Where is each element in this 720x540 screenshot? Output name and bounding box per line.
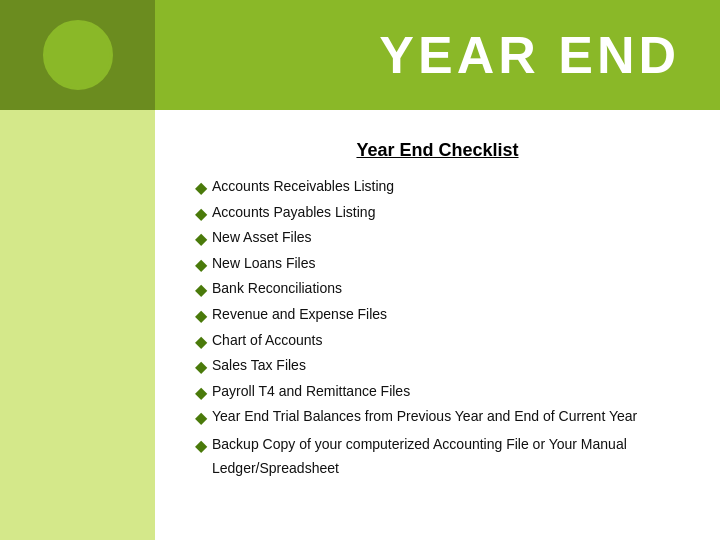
bullet-icon: ◆ <box>195 277 207 303</box>
header-title-area: Year End <box>155 25 720 85</box>
list-item: ◆Accounts Receivables Listing <box>195 175 680 201</box>
list-item: ◆New Loans Files <box>195 252 680 278</box>
bullet-icon: ◆ <box>195 329 207 355</box>
list-item-text: Accounts Receivables Listing <box>212 175 680 199</box>
main-content: Year End Checklist ◆Accounts Receivables… <box>155 110 720 540</box>
list-item-text: New Asset Files <box>212 226 680 250</box>
list-item-text: Backup Copy of your computerized Account… <box>212 433 680 481</box>
list-item: ◆Chart of Accounts <box>195 329 680 355</box>
page-wrapper: Year End Year End Checklist ◆Accounts Re… <box>0 0 720 540</box>
circle-logo <box>43 20 113 90</box>
bullet-icon: ◆ <box>195 354 207 380</box>
bullet-icon: ◆ <box>195 405 207 431</box>
list-item-text: New Loans Files <box>212 252 680 276</box>
bullet-icon: ◆ <box>195 226 207 252</box>
list-item: ◆New Asset Files <box>195 226 680 252</box>
list-item: ◆Payroll T4 and Remittance Files <box>195 380 680 406</box>
header-left-panel <box>0 0 155 110</box>
content-area: Year End Checklist ◆Accounts Receivables… <box>0 110 720 540</box>
bullet-icon: ◆ <box>195 175 207 201</box>
checklist-list: ◆Accounts Receivables Listing◆Accounts P… <box>195 175 680 481</box>
list-item: ◆Revenue and Expense Files <box>195 303 680 329</box>
bullet-icon: ◆ <box>195 433 207 459</box>
list-item-text: Bank Reconciliations <box>212 277 680 301</box>
list-item-text: Chart of Accounts <box>212 329 680 353</box>
list-item: ◆Year End Trial Balances from Previous Y… <box>195 405 680 431</box>
list-item-text: Sales Tax Files <box>212 354 680 378</box>
header: Year End <box>0 0 720 110</box>
list-item: ◆Bank Reconciliations <box>195 277 680 303</box>
bullet-icon: ◆ <box>195 380 207 406</box>
bullet-icon: ◆ <box>195 201 207 227</box>
bullet-icon: ◆ <box>195 303 207 329</box>
left-sidebar <box>0 110 155 540</box>
bullet-icon: ◆ <box>195 252 207 278</box>
list-item-text: Year End Trial Balances from Previous Ye… <box>212 405 680 429</box>
list-item: ◆Sales Tax Files <box>195 354 680 380</box>
list-item-text: Payroll T4 and Remittance Files <box>212 380 680 404</box>
list-item-text: Accounts Payables Listing <box>212 201 680 225</box>
list-item: ◆Accounts Payables Listing <box>195 201 680 227</box>
checklist-title: Year End Checklist <box>195 140 680 161</box>
list-item-text: Revenue and Expense Files <box>212 303 680 327</box>
list-item: ◆Backup Copy of your computerized Accoun… <box>195 433 680 481</box>
page-title: Year End <box>379 25 680 85</box>
